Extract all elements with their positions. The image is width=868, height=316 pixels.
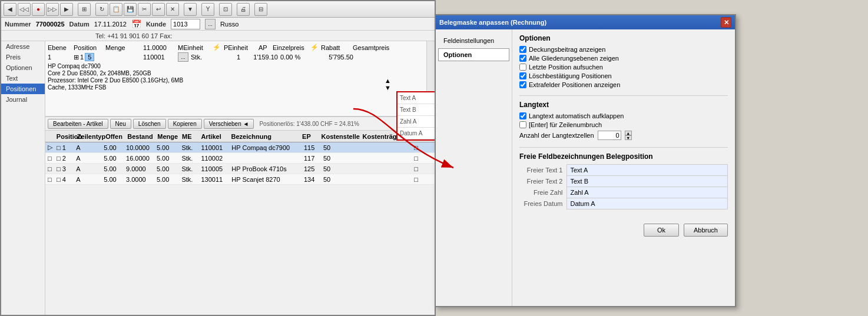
report-btn[interactable]: ⊡	[219, 3, 232, 16]
scroll-down[interactable]: ▼	[385, 84, 394, 91]
freier-text2-label: Freier Text 2	[519, 176, 566, 187]
sidebar-item-preis[interactable]: Preis	[1, 52, 45, 62]
sidebar-item-positionen[interactable]: Positionen	[1, 84, 45, 94]
cb-extrafelder[interactable]	[519, 81, 526, 88]
rabatt-label: Rabatt	[321, 44, 350, 51]
freie-title: Freie Feldbezeichnungen Belegposition	[519, 152, 728, 161]
cb-letzte[interactable]	[519, 64, 526, 71]
export-btn[interactable]: ⊟	[254, 3, 267, 16]
row1-artikel: 110001	[201, 144, 231, 151]
scroll-up[interactable]: ▲	[385, 77, 394, 84]
freie-row-4: Freies Datum Datum A	[519, 198, 728, 209]
freier-text1-label: Freier Text 1	[519, 165, 566, 176]
meinh-label: MEinheit	[178, 44, 210, 51]
nav-back2-btn[interactable]: ◁◁	[18, 3, 31, 16]
nav-record-btn[interactable]: ●	[32, 3, 45, 16]
cb-deckungsbeitrag[interactable]	[519, 46, 526, 53]
refresh-btn[interactable]: ↻	[95, 3, 108, 16]
checkbox-gliederung: Alle Gliederungsebenen zeigen	[519, 55, 728, 62]
dialog-close-btn[interactable]: ✕	[721, 17, 731, 28]
table-row[interactable]: □ □ 4 A 5.00 3.0000 5.00 Stk. 130011 HP …	[45, 174, 435, 185]
sidebar-item-text[interactable]: Text	[1, 73, 45, 84]
freier-text1-value[interactable]: Text A	[566, 165, 728, 176]
row1-ep: 115	[304, 144, 323, 151]
neu-btn[interactable]: Neu	[110, 119, 131, 129]
text-a-label: Text A	[397, 95, 439, 101]
close-btn[interactable]: ✕	[166, 3, 179, 16]
row1-bezeichnung: HP Compaq dc7900	[231, 144, 304, 151]
freier-text2-value[interactable]: Text B	[566, 176, 728, 187]
sidebar-item-adresse[interactable]: Adresse	[1, 41, 45, 52]
datum-label: Datum	[69, 21, 90, 28]
row1-ap: 1	[208, 54, 240, 61]
dialog-nav-feldeinstellungen[interactable]: Feldeinstellungen	[438, 34, 509, 47]
nummer-label: Nummer	[5, 21, 31, 28]
row2-artikel: 110002	[201, 155, 231, 162]
row1-menge: 5.00	[157, 144, 181, 151]
undo-btn[interactable]: ↩	[152, 3, 165, 16]
verschieben-btn[interactable]: Verschieben ◄	[204, 119, 254, 129]
anzahl-input[interactable]	[598, 131, 621, 140]
row1-pos: 1	[80, 54, 84, 61]
new-doc-btn[interactable]: 📋	[110, 3, 122, 16]
dialog-nav: Feldeinstellungen Optionen	[436, 29, 512, 306]
ok-button[interactable]: Ok	[644, 224, 679, 237]
row4-pos: □ 4	[57, 176, 76, 183]
table-row[interactable]: □ □ 2 A 5.00 16.0000 5.00 Stk. 110002 11…	[45, 153, 435, 164]
row1-kostenstelle: 50	[323, 144, 365, 151]
datum-value: 17.11.2012	[94, 21, 127, 28]
einzelpreis-icon: ⚡	[310, 44, 319, 51]
nav-fwd-btn[interactable]: ▶	[60, 3, 73, 16]
dialog-content: Optionen Deckungsbeitrag anzeigen Alle G…	[512, 29, 735, 306]
save-btn[interactable]: 💾	[124, 3, 137, 16]
calendar-icon[interactable]: 📅	[131, 19, 141, 29]
dialog-titlebar: Belegmaske anpassen (Rechnung) ✕	[436, 15, 735, 29]
meinh-lookup-btn[interactable]: ...	[178, 52, 188, 62]
dialog-footer: Ok Abbruch	[519, 224, 728, 237]
sidebar-item-optionen[interactable]: Optionen	[1, 62, 45, 73]
freie-row-2: Freier Text 2 Text B	[519, 176, 728, 187]
langtext-title: Langtext	[519, 101, 728, 109]
header-bar: Nummer 77000025 Datum 17.11.2012 📅 Kunde…	[1, 18, 435, 31]
col-bezeichnung-header: Bezeichnung	[231, 133, 302, 140]
filter-btn[interactable]: ▼	[184, 3, 197, 16]
table-row[interactable]: ▷ □ 1 A 5.00 10.0000 5.00 Stk. 110001 HP…	[45, 142, 435, 153]
row4-me: Stk.	[181, 176, 201, 183]
freies-datum-value[interactable]: Datum A	[566, 198, 728, 209]
row4-offen: 5.00	[104, 176, 126, 183]
abbruch-button[interactable]: Abbruch	[684, 224, 728, 237]
nav-fwd2-btn[interactable]: ▷▷	[46, 3, 59, 16]
row2-check: □	[48, 155, 57, 162]
nav-back-btn[interactable]: ◀	[4, 3, 16, 16]
col-bestand-header: Bestand	[127, 133, 157, 140]
print-btn[interactable]: 🖨	[237, 3, 250, 16]
position-label: Position	[74, 44, 103, 51]
kunde-search-btn[interactable]: ...	[205, 19, 216, 29]
cb-langtext-auto[interactable]	[519, 112, 526, 119]
cb-enter-label: [Enter] für Zeilenumbruch	[529, 121, 602, 128]
bearbeiten-btn[interactable]: Bearbeiten - Artikel	[48, 119, 108, 129]
cut-btn[interactable]: ✂	[138, 3, 151, 16]
spinner-arrows[interactable]: ▲ ▼	[625, 131, 632, 140]
freie-zahl-value[interactable]: Zahl A	[566, 187, 728, 198]
row2-menge: 5.00	[157, 155, 181, 162]
sidebar-item-journal[interactable]: Journal	[1, 94, 45, 105]
kunde-input[interactable]	[171, 19, 200, 29]
filter2-btn[interactable]: Y	[201, 3, 214, 16]
checkbox-langtext-auto: Langtext automatisch aufklappen	[519, 112, 728, 119]
dialog: Belegmaske anpassen (Rechnung) ✕ Feldein…	[435, 14, 736, 307]
cb-langtext-auto-label: Langtext automatisch aufklappen	[529, 112, 624, 119]
cb-gliederung[interactable]	[519, 55, 526, 62]
loeschen-btn[interactable]: Löschen	[133, 119, 166, 129]
checkbox-deckungsbeitrag: Deckungsbeitrag anzeigen	[519, 46, 728, 53]
kopieren-btn[interactable]: Kopieren	[168, 119, 202, 129]
spinner-up[interactable]: ▲	[625, 131, 632, 135]
grid-btn[interactable]: ⊞	[78, 3, 91, 16]
dialog-nav-optionen[interactable]: Optionen	[438, 48, 509, 61]
cb-enter[interactable]	[519, 121, 526, 128]
spinner-down[interactable]: ▼	[625, 135, 632, 140]
col-kostentraeger-header: Kostenträger	[363, 133, 400, 140]
table-row[interactable]: □ □ 3 A 5.00 9.0000 5.00 Stk. 110005 HP …	[45, 164, 435, 174]
cb-loeschbestaet[interactable]	[519, 72, 526, 79]
left-sidebar: Adresse Preis Optionen Text Positionen J…	[1, 41, 45, 315]
